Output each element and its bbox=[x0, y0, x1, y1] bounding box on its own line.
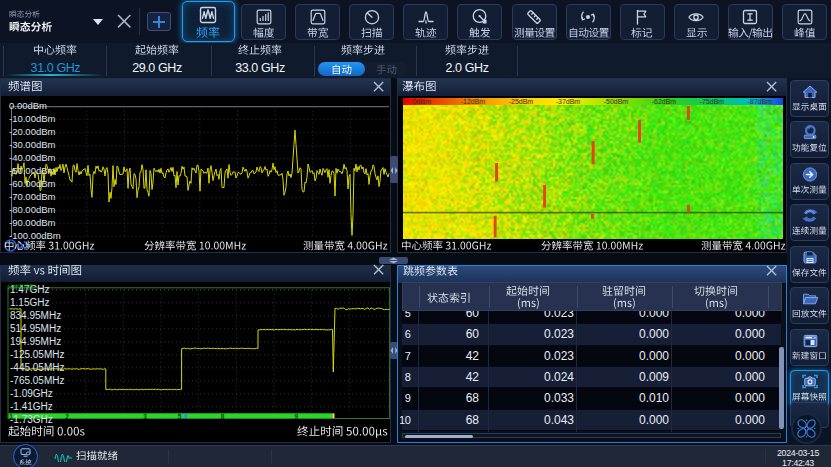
svg-text:-10.00dBm: -10.00dBm bbox=[9, 113, 56, 124]
svg-text:-80.00dBm: -80.00dBm bbox=[9, 204, 56, 215]
svg-text:0.00dBm: 0.00dBm bbox=[9, 100, 47, 111]
svg-text:9: 9 bbox=[294, 413, 298, 420]
svg-text:-60.00dBm: -60.00dBm bbox=[9, 178, 56, 189]
svg-text:-445.05MHz: -445.05MHz bbox=[10, 362, 64, 373]
svg-text:514.95MHz: 514.95MHz bbox=[10, 323, 61, 334]
svg-text:-50.00dBm: -50.00dBm bbox=[9, 165, 56, 176]
svg-text:2: 2 bbox=[65, 413, 69, 420]
svg-text:834.95MHz: 834.95MHz bbox=[10, 310, 61, 321]
svg-text:8: 8 bbox=[221, 413, 225, 420]
svg-text:5: 5 bbox=[178, 413, 182, 420]
svg-text:-20.00dBm: -20.00dBm bbox=[9, 126, 56, 137]
svg-text:1.15GHz: 1.15GHz bbox=[10, 297, 49, 308]
svg-text:3: 3 bbox=[143, 413, 147, 420]
svg-text:-30.00dBm: -30.00dBm bbox=[9, 139, 56, 150]
svg-text:-1.41GHz: -1.41GHz bbox=[10, 401, 53, 412]
svg-text:194.95MHz: 194.95MHz bbox=[10, 336, 61, 347]
svg-text:-70.00dBm: -70.00dBm bbox=[9, 191, 56, 202]
svg-text:-125.05MHz: -125.05MHz bbox=[10, 349, 64, 360]
svg-text:-1.09GHz: -1.09GHz bbox=[10, 388, 53, 399]
svg-text:-765.05MHz: -765.05MHz bbox=[10, 375, 64, 386]
svg-text:-100.00dBm: -100.00dBm bbox=[9, 230, 61, 239]
svg-text:-40.00dBm: -40.00dBm bbox=[9, 152, 56, 163]
svg-text:-90.00dBm: -90.00dBm bbox=[9, 217, 56, 228]
